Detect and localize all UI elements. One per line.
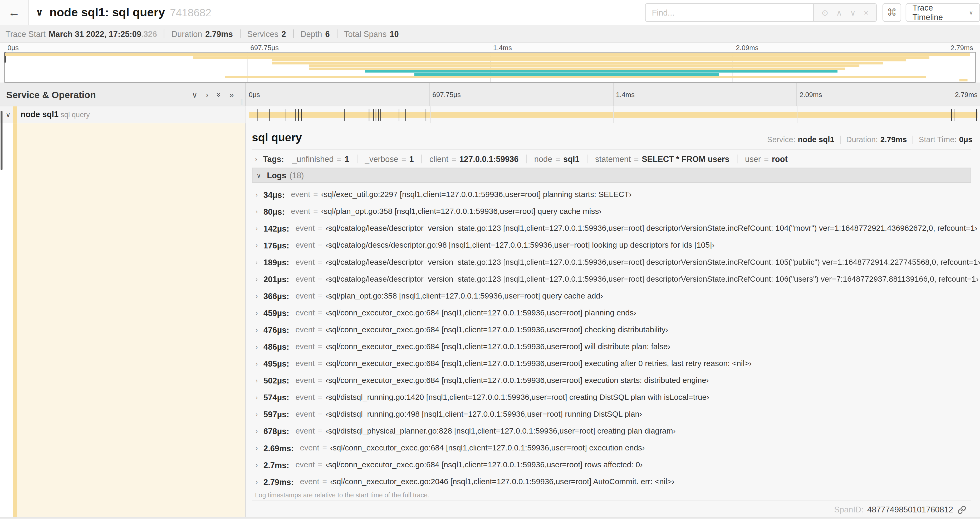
log-entry[interactable]: ›2.7ms:event=‹sql/conn_executor_exec.go:… xyxy=(252,458,643,471)
equals-sign: = xyxy=(318,292,322,300)
log-entry[interactable]: ›459μs:event=‹sql/conn_executor_exec.go:… xyxy=(252,307,636,319)
timeline-gridline xyxy=(613,83,613,106)
log-tick-mark xyxy=(380,109,380,121)
chevron-right-icon: › xyxy=(256,275,258,283)
chevron-right-icon: › xyxy=(256,393,258,401)
equals-sign: = xyxy=(318,359,322,368)
service-operation-column-header: Service & Operation ∨ › » » ∥ xyxy=(0,83,245,106)
span-row[interactable]: ∨ node sql1 sql query xyxy=(0,106,980,123)
chevron-right-icon: › xyxy=(256,225,258,232)
log-entry[interactable]: ›366μs:event=‹sql/plan_opt.go:358 [nsql1… xyxy=(252,289,603,302)
chevron-right-icon: › xyxy=(255,155,258,163)
tag-item: node=sql1 xyxy=(534,154,579,164)
deep-link-icon[interactable] xyxy=(958,505,966,514)
log-entry[interactable]: ›2.69ms:event=‹sql/conn_executor_exec.go… xyxy=(252,442,644,454)
page-title: node sql1: sql query7418682 xyxy=(49,6,211,19)
timeline-tick-label: 0μs xyxy=(249,91,260,98)
log-tick-mark xyxy=(976,109,977,121)
divider xyxy=(840,136,840,144)
log-tick-mark xyxy=(369,109,369,121)
logs-count: (18) xyxy=(290,170,304,180)
log-entry[interactable]: ›80μs:event=‹sql/plan_opt.go:358 [nsql1,… xyxy=(252,205,601,217)
minimap-span-bar xyxy=(309,64,859,67)
collapse-all-icon[interactable]: » xyxy=(214,92,224,97)
command-icon: ⌘ xyxy=(887,7,897,18)
equals-sign: = xyxy=(323,444,327,452)
tags-accordion[interactable]: › Tags: _unfinished=1_verbose=1client=12… xyxy=(252,153,971,165)
minimap-span-bar xyxy=(272,59,906,61)
chevron-right-icon: › xyxy=(256,343,258,350)
back-button[interactable]: ← xyxy=(0,0,29,25)
span-detail-title: sql query xyxy=(252,131,302,145)
log-entry[interactable]: ›142μs:event=‹sql/catalog/lease/descript… xyxy=(252,222,977,235)
log-entry[interactable]: ›574μs:event=‹sql/distsql_running.go:142… xyxy=(252,391,709,404)
log-tick-mark xyxy=(373,109,374,121)
span-row-timeline xyxy=(245,106,980,123)
log-entry[interactable]: ›476μs:event=‹sql/conn_executor_exec.go:… xyxy=(252,324,668,336)
log-entry[interactable]: ›495μs:event=‹sql/conn_executor_exec.go:… xyxy=(252,357,752,370)
find-group: ⊙ ∧ ∨ × xyxy=(645,3,877,22)
divider xyxy=(587,155,587,163)
tag-key: client xyxy=(430,154,449,164)
tag-value: sql1 xyxy=(563,154,579,164)
divider xyxy=(252,501,971,501)
vertical-scrollbar-thumb[interactable] xyxy=(0,111,2,170)
log-entry[interactable]: ›486μs:event=‹sql/conn_executor_exec.go:… xyxy=(252,340,670,353)
log-entry[interactable]: ›201μs:event=‹sql/catalog/lease/descript… xyxy=(252,273,979,285)
log-entry[interactable]: ›189μs:event=‹sql/catalog/lease/descript… xyxy=(252,256,980,268)
clear-search-icon[interactable]: × xyxy=(864,8,868,18)
tag-item: statement=SELECT * FROM users xyxy=(595,154,729,164)
collapse-one-icon[interactable]: ∨ xyxy=(192,89,198,99)
expand-one-icon[interactable]: › xyxy=(206,89,208,99)
expand-all-icon[interactable]: » xyxy=(229,89,234,99)
tags-label: Tags: xyxy=(263,154,284,164)
prev-result-icon[interactable]: ∧ xyxy=(836,8,842,18)
minimap-canvas[interactable] xyxy=(5,52,976,83)
detail-meta-label: Start Time: xyxy=(919,135,956,144)
equals-sign: = xyxy=(318,427,322,435)
log-field-key: event xyxy=(295,326,315,334)
span-service-name[interactable]: node sql1 xyxy=(21,109,59,119)
tag-item: _verbose=1 xyxy=(365,154,414,164)
log-tick-mark xyxy=(426,109,426,121)
equals-sign: = xyxy=(313,207,318,216)
log-entry[interactable]: ›34μs:event=‹sql/exec_util.go:2297 [nsql… xyxy=(252,188,632,201)
log-field-key: event xyxy=(295,308,315,317)
keyboard-shortcuts-button[interactable]: ⌘ xyxy=(883,3,901,22)
divider xyxy=(240,30,240,38)
log-entry[interactable]: ›2.79ms:event=‹sql/conn_executor_exec.go… xyxy=(252,476,675,488)
detail-meta-label: Duration: xyxy=(846,135,878,144)
divider xyxy=(164,30,164,38)
tag-key: statement xyxy=(595,154,631,164)
log-entry[interactable]: ›678μs:event=‹sql/distsql_physical_plann… xyxy=(252,425,676,437)
log-field-value: ‹sql/conn_executor_exec.go:684 [nsql1,cl… xyxy=(326,376,709,385)
chevron-right-icon: › xyxy=(256,427,258,434)
column-resize-grip[interactable]: ∥ xyxy=(240,98,243,105)
span-operation-name[interactable]: sql query xyxy=(60,111,90,118)
log-entry[interactable]: ›597μs:event=‹sql/distsql_running.go:498… xyxy=(252,408,642,420)
log-field-value: ‹sql/catalog/lease/descriptor_version_st… xyxy=(326,258,980,267)
span-id-row: SpanID: 4877749850101760812 xyxy=(834,505,966,514)
next-result-icon[interactable]: ∨ xyxy=(850,8,856,18)
span-collapse-icon[interactable]: ∨ xyxy=(6,111,11,119)
divider xyxy=(252,149,971,150)
divider xyxy=(421,155,422,163)
divider xyxy=(526,155,527,163)
service-operation-label: Service & Operation xyxy=(6,89,192,100)
collapse-trace-icon[interactable]: ∨ xyxy=(35,7,43,18)
find-controls: ⊙ ∧ ∨ × xyxy=(814,3,877,22)
log-entry[interactable]: ›502μs:event=‹sql/conn_executor_exec.go:… xyxy=(252,374,709,386)
summary-item-value: 2.79ms xyxy=(205,29,233,38)
trace-view-selector[interactable]: Trace Timeline ∨ xyxy=(906,3,980,22)
minimap-span-bar xyxy=(959,78,967,81)
logs-accordion-header[interactable]: ∨ Logs (18) xyxy=(252,168,971,183)
log-entry[interactable]: ›176μs:event=‹sql/catalog/descs/descript… xyxy=(252,239,714,251)
locate-icon[interactable]: ⊙ xyxy=(822,8,829,18)
divider xyxy=(737,155,737,163)
log-timestamp: 201μs: xyxy=(263,274,289,284)
chevron-right-icon: › xyxy=(256,208,258,215)
log-timestamp: 80μs: xyxy=(263,207,285,216)
find-input[interactable] xyxy=(645,3,814,22)
log-timestamp: 34μs: xyxy=(263,190,285,200)
log-tick-mark xyxy=(405,109,405,121)
